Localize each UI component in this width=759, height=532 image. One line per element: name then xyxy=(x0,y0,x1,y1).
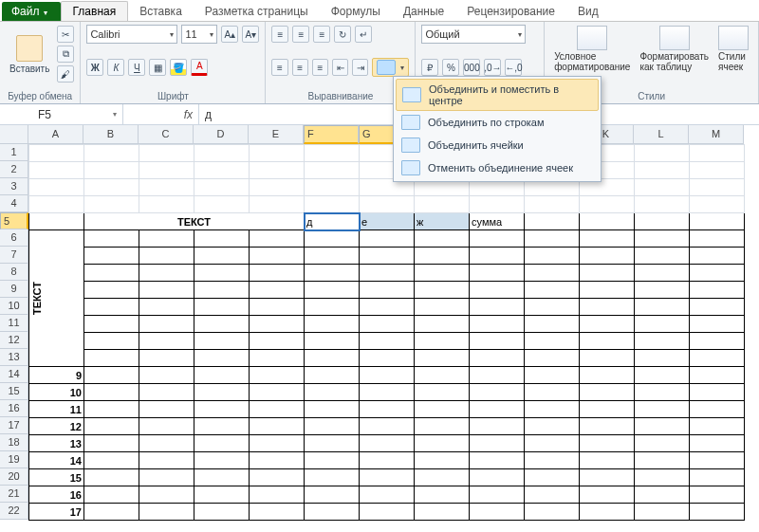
cell-J5[interactable] xyxy=(525,213,580,230)
cell-F16[interactable] xyxy=(305,401,360,418)
cell-M13[interactable] xyxy=(690,350,745,367)
cell-L15[interactable] xyxy=(635,384,690,401)
cell-F20[interactable] xyxy=(305,469,360,486)
cell-G22[interactable] xyxy=(360,504,415,521)
tab-insert[interactable]: Вставка xyxy=(128,2,194,21)
cell-B15[interactable] xyxy=(84,384,139,401)
cell-B14[interactable] xyxy=(84,367,139,384)
cell-M10[interactable] xyxy=(690,299,745,316)
cell-M18[interactable] xyxy=(690,435,745,452)
column-header-C[interactable]: C xyxy=(139,125,194,144)
font-color-button[interactable]: A xyxy=(191,59,208,76)
cell-A14[interactable]: 9 xyxy=(29,367,84,384)
cell-D16[interactable] xyxy=(194,401,250,418)
cell-K21[interactable] xyxy=(580,486,635,504)
tab-view[interactable]: Вид xyxy=(566,2,610,21)
cell-K9[interactable] xyxy=(580,282,635,299)
orientation-button[interactable]: ↻ xyxy=(334,26,351,43)
cell-H12[interactable] xyxy=(415,333,470,350)
cell-A21[interactable]: 16 xyxy=(29,486,84,504)
cell-F6[interactable] xyxy=(305,230,360,248)
tab-formulas[interactable]: Формулы xyxy=(320,2,392,21)
tab-home[interactable]: Главная xyxy=(61,1,129,21)
cell-A18[interactable]: 13 xyxy=(29,435,84,452)
cell-G14[interactable] xyxy=(360,367,415,384)
cell-I17[interactable] xyxy=(470,418,525,435)
cell-M8[interactable] xyxy=(690,265,745,282)
cell-A22[interactable]: 17 xyxy=(29,504,84,521)
row-header-2[interactable]: 2 xyxy=(0,161,28,178)
merge-menu-unmerge[interactable]: Отменить объединение ячеек xyxy=(396,156,599,179)
cell-D12[interactable] xyxy=(194,333,250,350)
cell-M19[interactable] xyxy=(690,452,745,469)
cell-C15[interactable] xyxy=(139,384,194,401)
cell-F3[interactable] xyxy=(305,179,360,196)
cell-M12[interactable] xyxy=(690,333,745,350)
cell-L20[interactable] xyxy=(635,469,690,486)
cell-D1[interactable] xyxy=(194,145,250,162)
cell-E2[interactable] xyxy=(250,162,305,179)
cell-I16[interactable] xyxy=(470,401,525,418)
cell-C16[interactable] xyxy=(139,401,194,418)
cell-G11[interactable] xyxy=(360,316,415,333)
cell-G17[interactable] xyxy=(360,418,415,435)
cell-J10[interactable] xyxy=(525,299,580,316)
cell-E20[interactable] xyxy=(250,469,305,486)
cell-H11[interactable] xyxy=(415,316,470,333)
cell-H7[interactable] xyxy=(415,248,470,265)
cell-B17[interactable] xyxy=(84,418,139,435)
cell-L21[interactable] xyxy=(635,486,690,504)
cell-E7[interactable] xyxy=(250,248,305,265)
cell-D15[interactable] xyxy=(194,384,250,401)
cell-F12[interactable] xyxy=(305,333,360,350)
cell-M20[interactable] xyxy=(690,469,745,486)
cell-K16[interactable] xyxy=(580,401,635,418)
cell-I8[interactable] xyxy=(470,265,525,282)
cell-C1[interactable] xyxy=(139,145,194,162)
cell-J8[interactable] xyxy=(525,265,580,282)
cell-B20[interactable] xyxy=(84,469,139,486)
cell-L12[interactable] xyxy=(635,333,690,350)
align-left-button[interactable]: ≡ xyxy=(271,59,287,76)
select-all-corner[interactable] xyxy=(0,125,28,144)
cell-M4[interactable] xyxy=(690,196,745,213)
cell-C22[interactable] xyxy=(139,504,194,521)
cell-H5[interactable]: ж xyxy=(415,213,470,230)
column-header-B[interactable]: B xyxy=(83,125,139,144)
cell-D3[interactable] xyxy=(194,179,250,196)
percent-button[interactable]: % xyxy=(442,59,459,76)
cell-I21[interactable] xyxy=(470,486,525,504)
cell-L3[interactable] xyxy=(635,179,690,196)
cell-G21[interactable] xyxy=(360,486,415,504)
align-top-button[interactable]: ≡ xyxy=(271,26,288,43)
cell-B19[interactable] xyxy=(84,452,139,469)
cell-K8[interactable] xyxy=(580,265,635,282)
cell-G5[interactable]: е xyxy=(360,213,415,230)
cell-M22[interactable] xyxy=(690,504,745,521)
cell-K14[interactable] xyxy=(580,367,635,384)
align-right-button[interactable]: ≡ xyxy=(312,59,328,76)
cell-D9[interactable] xyxy=(194,282,250,299)
tab-review[interactable]: Рецензирование xyxy=(455,2,566,21)
cell-K6[interactable] xyxy=(580,230,635,248)
cell-B13[interactable] xyxy=(84,350,139,367)
cell-G9[interactable] xyxy=(360,282,415,299)
cell-L10[interactable] xyxy=(635,299,690,316)
cell-D10[interactable] xyxy=(194,299,250,316)
row-header-1[interactable]: 1 xyxy=(0,144,28,161)
shrink-font-button[interactable]: A▾ xyxy=(242,26,259,43)
cell-C21[interactable] xyxy=(139,486,194,504)
fx-label[interactable]: fx xyxy=(123,104,199,124)
cell-E11[interactable] xyxy=(250,316,305,333)
cell-K19[interactable] xyxy=(580,452,635,469)
cell-E14[interactable] xyxy=(250,367,305,384)
tab-page-layout[interactable]: Разметка страницы xyxy=(194,2,320,21)
cell-F15[interactable] xyxy=(305,384,360,401)
cell-K7[interactable] xyxy=(580,248,635,265)
cell-J6[interactable] xyxy=(525,230,580,248)
decrease-indent-button[interactable]: ⇤ xyxy=(332,59,348,76)
cell-E3[interactable] xyxy=(250,179,305,196)
cell-D7[interactable] xyxy=(194,248,250,265)
cell-I14[interactable] xyxy=(470,367,525,384)
cell-H9[interactable] xyxy=(415,282,470,299)
